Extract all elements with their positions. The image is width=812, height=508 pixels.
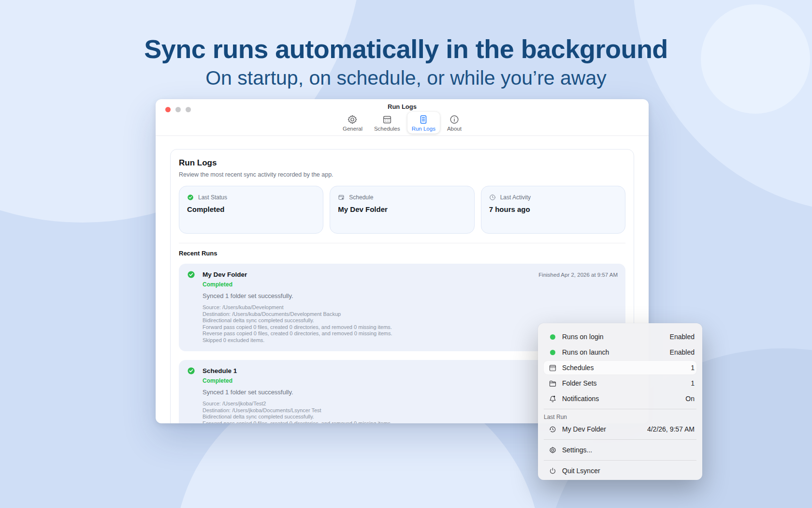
run-title: My Dev Folder — [203, 271, 538, 278]
calendar-icon — [382, 114, 392, 125]
menu-item-label: Settings... — [562, 446, 695, 454]
menu-item-runs-on-launch[interactable]: Runs on launch Enabled — [538, 344, 702, 360]
menu-item-label: Schedules — [562, 364, 691, 372]
menu-item-value: 1 — [691, 364, 695, 372]
hero-title: Sync runs automatically in the backgroun… — [0, 34, 812, 64]
stat-label: Last Activity — [500, 194, 531, 201]
recent-runs-heading: Recent Runs — [179, 250, 625, 257]
info-icon — [449, 114, 460, 125]
menu-separator — [544, 409, 696, 409]
tab-label: Schedules — [374, 126, 400, 132]
menu-item-value: Enabled — [670, 348, 695, 356]
green-status-dot-icon — [550, 334, 555, 340]
menu-item-runs-on-login[interactable]: Runs on login Enabled — [538, 329, 702, 344]
stat-value: My Dev Folder — [338, 205, 466, 213]
tab-label: About — [447, 126, 462, 132]
tab-run-logs[interactable]: Run Logs — [407, 112, 440, 134]
folder-icon — [549, 379, 557, 388]
run-detail-line: Destination: /Users/kuba/Documents/Devel… — [203, 311, 618, 318]
green-status-dot-icon — [550, 350, 555, 355]
document-list-icon — [418, 114, 429, 125]
power-icon — [549, 467, 557, 475]
stat-card-last-status: Last Status Completed — [179, 186, 323, 234]
menu-separator — [544, 460, 696, 461]
menu-item-value: 1 — [691, 379, 695, 387]
menu-item-schedules[interactable]: Schedules 1 — [538, 360, 702, 375]
menu-item-value: On — [685, 395, 695, 403]
calendar-icon — [338, 194, 345, 201]
status-menu: Runs on login Enabled Runs on launch Ena… — [538, 323, 702, 480]
menu-item-settings[interactable]: Settings... — [538, 442, 702, 458]
stat-label: Schedule — [349, 194, 373, 201]
divider — [179, 243, 625, 243]
run-finished-timestamp: Finished Apr 2, 2026 at 9:57 AM — [538, 272, 618, 278]
tab-general[interactable]: General — [338, 112, 367, 134]
stat-value: 7 hours ago — [489, 205, 617, 213]
bell-icon — [549, 395, 557, 403]
history-clock-icon — [549, 425, 557, 433]
stat-cards: Last Status Completed Schedule My Dev Fo… — [179, 186, 625, 234]
calendar-icon — [549, 364, 557, 372]
stat-label: Last Status — [198, 194, 227, 201]
menu-item-label: Folder Sets — [562, 379, 691, 387]
tab-schedules[interactable]: Schedules — [370, 112, 405, 134]
tab-label: Run Logs — [412, 126, 435, 132]
toolbar: General Schedules Run Logs About — [156, 112, 649, 134]
window-title: Run Logs — [156, 103, 649, 110]
menu-item-notifications[interactable]: Notifications On — [538, 391, 702, 406]
menu-item-label: My Dev Folder — [562, 425, 647, 433]
menu-separator — [544, 439, 696, 440]
check-circle-icon — [187, 194, 194, 201]
menu-item-value: 4/2/26, 9:57 AM — [647, 425, 695, 433]
menu-item-label: Notifications — [562, 395, 685, 403]
tab-label: General — [343, 126, 362, 132]
titlebar: Run Logs General Schedules Run Logs Abou… — [156, 99, 649, 136]
check-circle-icon — [187, 270, 195, 279]
hero: Sync runs automatically in the backgroun… — [0, 34, 812, 90]
stat-card-last-activity: Last Activity 7 hours ago — [481, 186, 625, 234]
menu-item-last-run[interactable]: My Dev Folder 4/2/26, 9:57 AM — [538, 421, 702, 437]
run-detail-line: Source: /Users/kuba/Development — [203, 304, 618, 311]
menu-item-label: Quit Lsyncer — [562, 467, 695, 475]
hero-subtitle: On startup, on schedule, or while you’re… — [0, 67, 812, 90]
menu-item-label: Runs on login — [562, 333, 670, 341]
gear-icon — [347, 114, 358, 125]
stat-value: Completed — [187, 205, 315, 213]
menu-item-label: Runs on launch — [562, 348, 670, 356]
check-circle-icon — [187, 367, 195, 375]
gear-icon — [549, 446, 557, 454]
menu-item-folder-sets[interactable]: Folder Sets 1 — [538, 375, 702, 391]
menu-item-value: Enabled — [670, 333, 695, 341]
stat-card-schedule: Schedule My Dev Folder — [330, 186, 474, 234]
panel-description: Review the most recent sync activity rec… — [179, 171, 625, 178]
panel-heading: Run Logs — [179, 158, 625, 168]
clock-icon — [489, 194, 496, 201]
menu-item-quit[interactable]: Quit Lsyncer — [538, 463, 702, 478]
tab-about[interactable]: About — [443, 112, 466, 134]
menu-section-label: Last Run — [538, 412, 702, 421]
run-status-badge: Completed — [203, 281, 618, 288]
run-summary: Synced 1 folder set successfully. — [203, 292, 618, 299]
